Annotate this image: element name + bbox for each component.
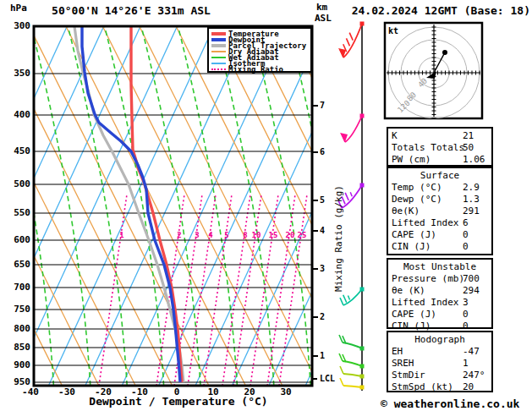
- pressure-unit-label: hPa: [10, 3, 27, 14]
- table-row: StmSpd (kt)20: [388, 381, 491, 393]
- mixing-ratio-axis-label: Mixing Ratio (g/kg): [333, 185, 344, 292]
- temp-tick-label: -30: [52, 386, 82, 397]
- temp-tick-label: 20: [234, 386, 265, 397]
- pressure-tick-label: 800: [0, 323, 30, 334]
- row-label: SREH: [392, 358, 414, 369]
- row-label: StmSpd (kt): [392, 381, 453, 392]
- legend-item: Mixing Ratio: [211, 67, 310, 73]
- row-label: Lifted Index: [392, 217, 458, 228]
- row-value: 1.06: [463, 154, 485, 166]
- svg-text:1: 1: [119, 231, 123, 239]
- dewpoint-line-swatch: [211, 38, 226, 41]
- temp-tick-label: -20: [88, 386, 118, 397]
- row-label: Pressure (mb): [392, 273, 464, 284]
- row-label: CAPE (J): [392, 229, 436, 240]
- isotherm-swatch: [211, 63, 226, 64]
- row-label: PW (cm): [392, 154, 431, 165]
- temperature-line-swatch: [211, 32, 226, 36]
- svg-text:2: 2: [177, 231, 181, 239]
- row-value: 3: [463, 297, 469, 309]
- km-tick-label: 5: [320, 195, 325, 205]
- pressure-tick-label: 900: [0, 359, 30, 370]
- table-row: Pressure (mb)700: [388, 273, 491, 285]
- legend-item-label: Mixing Ratio: [228, 65, 283, 74]
- surface-table: Surface Temp (°C)2.9 Dewp (°C)1.3 θe(K)2…: [387, 167, 493, 255]
- table-row: CIN (J)0: [388, 241, 491, 253]
- row-value: 0: [463, 309, 469, 321]
- parcel-line-swatch: [211, 44, 226, 47]
- table-row: CAPE (J)0: [388, 309, 491, 321]
- pressure-tick-label: 850: [0, 342, 30, 353]
- station-title: 50°00'N 14°26'E 331m ASL: [34, 4, 228, 17]
- temp-tick-label: 30: [271, 386, 301, 397]
- km-tick-label: 7: [320, 101, 325, 110]
- svg-text:4: 4: [208, 231, 213, 239]
- km-tick-label: 4: [320, 226, 325, 235]
- km-tick-label: 1: [320, 351, 325, 360]
- row-value: 50: [463, 142, 474, 154]
- row-label: EH: [392, 346, 403, 357]
- table-title: Most Unstable: [388, 261, 491, 273]
- most-unstable-table: Most Unstable Pressure (mb)700 θe (K)294…: [387, 258, 493, 329]
- pressure-tick-label: 750: [0, 304, 30, 315]
- pressure-tick-label: 650: [0, 259, 30, 270]
- table-row: EH-47: [388, 346, 491, 358]
- km-tick-label: 3: [320, 264, 325, 273]
- table-title: Hodograph: [388, 334, 491, 346]
- temp-tick-label: -10: [124, 386, 155, 397]
- table-row: Lifted Index3: [388, 297, 491, 309]
- row-value: 0: [463, 241, 469, 253]
- km-tick-label: 2: [320, 312, 325, 321]
- pressure-tick-label: 500: [0, 178, 30, 189]
- svg-text:10: 10: [252, 231, 261, 239]
- row-label: θe(K): [392, 206, 420, 216]
- indices-table: K21 Totals Totals50 PW (cm)1.06: [387, 127, 493, 167]
- temp-tick-label: 10: [198, 386, 228, 397]
- pressure-tick-label: 700: [0, 282, 30, 293]
- row-label: K: [392, 130, 398, 141]
- svg-text:20: 20: [286, 231, 295, 239]
- dry-adiabat-swatch: [211, 51, 226, 52]
- svg-text:15: 15: [269, 231, 278, 239]
- wet-adiabat-swatch: [211, 57, 226, 58]
- pressure-tick-label: 300: [0, 20, 30, 31]
- row-value: 20: [463, 381, 474, 393]
- table-row: Totals Totals50: [388, 142, 491, 154]
- svg-text:5: 5: [224, 231, 228, 239]
- hodograph-table: Hodograph EH-47 SREH1 StmDir247° StmSpd …: [387, 331, 493, 392]
- table-row: StmDir247°: [388, 370, 491, 381]
- row-value: 2.9: [463, 182, 480, 194]
- svg-text:kt: kt: [388, 26, 398, 36]
- km-tick-label: 6: [320, 147, 325, 156]
- row-label: Temp (°C): [392, 182, 442, 193]
- row-label: CIN (J): [392, 241, 431, 252]
- mixing-ratio-swatch: [211, 68, 226, 70]
- table-title: Surface: [388, 170, 491, 182]
- row-value: 1: [463, 358, 469, 370]
- row-label: CAPE (J): [392, 309, 436, 320]
- altitude-unit-km: km: [316, 2, 327, 13]
- row-value: -47: [463, 346, 480, 358]
- row-value: 294: [463, 285, 480, 297]
- table-row: Dewp (°C)1.3: [388, 194, 491, 206]
- table-row: CAPE (J)0: [388, 229, 491, 241]
- table-row: K21: [388, 130, 491, 142]
- pressure-tick-label: 350: [0, 68, 30, 79]
- pressure-tick-label: 550: [0, 207, 30, 218]
- row-value: 6: [463, 217, 469, 229]
- row-value: 291: [463, 206, 480, 217]
- table-row: θe(K)291: [388, 206, 491, 217]
- pressure-tick-label: 450: [0, 145, 30, 156]
- lcl-label: LCL: [320, 374, 335, 383]
- legend: Temperature Dewpoint Parcel Trajectory D…: [207, 27, 312, 73]
- table-row: SREH1: [388, 358, 491, 370]
- sounding-app: 123458101520254080120kt hPa 50°00'N 14°2…: [0, 0, 532, 411]
- copyright: © weatheronline.co.uk: [381, 397, 519, 410]
- svg-text:3: 3: [195, 231, 199, 239]
- svg-text:8: 8: [243, 231, 247, 239]
- table-row: PW (cm)1.06: [388, 154, 491, 166]
- table-row: Lifted Index6: [388, 217, 491, 229]
- row-label: θe (K): [392, 285, 425, 296]
- row-label: Dewp (°C): [392, 194, 442, 205]
- row-value: 700: [463, 273, 480, 285]
